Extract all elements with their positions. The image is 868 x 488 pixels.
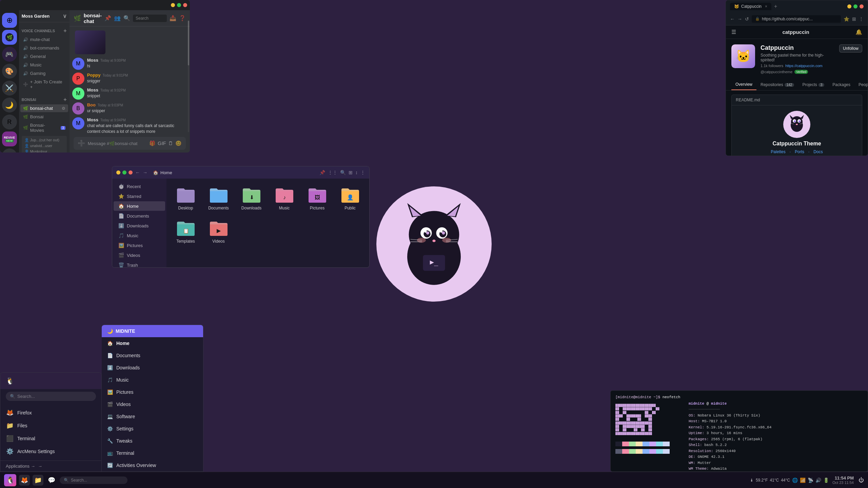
taskbar-launcher-icon[interactable]: 🐧 xyxy=(4,474,16,486)
server-icon-discord[interactable]: ⊕ xyxy=(2,13,17,28)
emoji-icon[interactable]: 😊 xyxy=(175,140,182,146)
pin-icon[interactable]: 📌 xyxy=(104,15,111,21)
midnite-nav-activities[interactable]: 🔄 Activities Overview xyxy=(102,459,203,471)
midnite-nav-terminal[interactable]: 📺 Terminal xyxy=(102,447,203,459)
launcher-search[interactable]: 🔍 Search... xyxy=(6,392,96,401)
folder-documents[interactable]: Documents xyxy=(203,183,234,213)
inbox-icon[interactable]: 📥 xyxy=(170,15,176,21)
launcher-item-arcmenu[interactable]: ⚙️ ArcMenu Settings xyxy=(0,445,101,458)
launcher-footer[interactable]: Applications → → xyxy=(0,461,101,471)
server-icon-2[interactable]: 🎮 xyxy=(2,47,17,62)
members-icon[interactable]: 👥 xyxy=(114,15,121,21)
folder-videos[interactable]: ▶ Videos xyxy=(203,216,234,246)
minimize-button[interactable] xyxy=(171,3,175,7)
gh-menu-icon[interactable]: ⋮ xyxy=(859,16,864,22)
fm-forward-button[interactable]: → xyxy=(143,170,147,175)
gh-tab-close-icon[interactable]: × xyxy=(765,4,767,9)
add-bonsai-channel-icon[interactable]: + xyxy=(63,97,66,103)
bluetooth-icon[interactable]: 📡 xyxy=(808,477,813,483)
fm-minimize-button[interactable] xyxy=(116,170,120,175)
fm-videos[interactable]: 🎬 Videos xyxy=(114,250,165,260)
server-icon-6[interactable]: R xyxy=(2,115,17,129)
launcher-item-terminal[interactable]: ⬛ Terminal xyxy=(0,432,101,445)
channel-bonsai-movies[interactable]: 🌿 Bonsai-Movies 3 xyxy=(20,121,68,134)
gh-follow-button[interactable]: Unfollow xyxy=(839,44,862,53)
gh-bell-icon[interactable]: 🔔 xyxy=(855,29,862,35)
fm-downloads[interactable]: ⬇️ Downloads xyxy=(114,221,165,230)
gh-maximize-button[interactable] xyxy=(853,4,857,8)
gh-hamburger-icon[interactable]: ☰ xyxy=(731,29,736,35)
midnite-nav-music[interactable]: 🎵 Music xyxy=(102,374,203,386)
folder-pictures[interactable]: 🖼 Pictures xyxy=(302,183,332,213)
gh-tab-overview[interactable]: Overview xyxy=(731,79,756,90)
server-icon-4[interactable]: ⚔️ xyxy=(2,81,17,96)
taskbar-firefox-icon[interactable]: 🦊 xyxy=(19,475,30,486)
midnite-nav-documents[interactable]: 📄 Documents xyxy=(102,349,203,362)
folder-music[interactable]: ♪ Music xyxy=(269,183,299,213)
sticker-icon[interactable]: 🗒 xyxy=(168,140,173,146)
fm-sort-icon[interactable]: ↕ xyxy=(355,170,358,175)
gh-close-button[interactable] xyxy=(860,4,864,8)
fm-pictures[interactable]: 🖼️ Pictures xyxy=(114,241,165,250)
channel-join-to-create[interactable]: ➕ + Join To Create + xyxy=(20,78,68,91)
gh-tab-packages[interactable]: Packages xyxy=(828,79,854,90)
fm-trash[interactable]: 🗑️ Trash xyxy=(114,260,165,267)
channel-settings-icon[interactable]: ⚙ xyxy=(62,106,65,111)
close-button[interactable] xyxy=(183,3,187,7)
fm-maximize-button[interactable] xyxy=(122,170,126,175)
taskbar-search[interactable]: 🔍 Search... xyxy=(60,476,127,484)
fm-music[interactable]: 🎵 Music xyxy=(114,231,165,240)
channel-mute-chat[interactable]: 🔊 mute-chat xyxy=(20,36,68,43)
gh-back-button[interactable]: ← xyxy=(730,16,735,22)
midnite-nav-settings[interactable]: ⚙️ Settings xyxy=(102,423,203,435)
server-menu-icon[interactable]: ∨ xyxy=(63,13,67,19)
maximize-button[interactable] xyxy=(177,3,181,7)
server-icon-5[interactable]: 🌙 xyxy=(2,98,17,113)
volume-icon[interactable]: 🔊 xyxy=(815,477,821,483)
gh-tab-repositories[interactable]: Repositories 142 xyxy=(756,79,798,90)
fm-menu-icon[interactable]: ⋮⋮ xyxy=(328,170,337,175)
taskbar-clock[interactable]: 11:54 PM Oct 23 11:54 xyxy=(832,475,854,485)
launcher-item-firefox[interactable]: 🦊 Firefox xyxy=(0,406,101,419)
gh-tab-projects[interactable]: Projects 3 xyxy=(798,79,828,90)
midnite-nav-downloads[interactable]: ⬇️ Downloads xyxy=(102,362,203,374)
midnite-nav-tweaks[interactable]: 🔧 Tweaks xyxy=(102,435,203,447)
fm-search-icon[interactable]: 🔍 xyxy=(340,170,346,175)
gh-forward-button[interactable]: → xyxy=(737,16,742,22)
server-icon-revive[interactable]: REVIVE NEW xyxy=(2,131,17,146)
gh-tab-people[interactable]: People 27 xyxy=(854,79,868,90)
taskbar-files-icon[interactable]: 📁 xyxy=(33,475,43,486)
server-icon-1[interactable]: 🌿 xyxy=(2,30,17,45)
search-icon[interactable]: 🔍 xyxy=(123,15,130,21)
gift-icon[interactable]: 🎁 xyxy=(149,140,156,146)
gh-new-tab-button[interactable]: + xyxy=(774,3,777,9)
power-icon[interactable]: ⏻ xyxy=(859,477,864,483)
gh-url-bar[interactable]: 🔒 https://github.com/catppuc... xyxy=(752,15,841,23)
server-icon-3[interactable]: 🎨 xyxy=(2,64,17,79)
channel-bot-commands[interactable]: 🔊 bot-commands xyxy=(20,44,68,52)
search-box[interactable]: Search xyxy=(133,15,167,22)
fm-view-icon[interactable]: ⊞ xyxy=(349,170,353,175)
gh-tab-catppuccin[interactable]: 🐱 Catppuccin × xyxy=(730,3,771,10)
server-icon-add[interactable]: + xyxy=(2,148,17,152)
gh-refresh-button[interactable]: ↺ xyxy=(745,16,749,22)
fm-options-icon[interactable]: ⋮ xyxy=(360,170,365,175)
gh-bookmark-icon[interactable]: ⭐ xyxy=(844,16,849,22)
gh-extensions-icon[interactable]: ⊞ xyxy=(852,16,856,22)
fm-documents[interactable]: 📄 Documents xyxy=(114,211,165,221)
fm-home[interactable]: 🏠 Home xyxy=(114,201,165,211)
folder-templates[interactable]: 📋 Templates xyxy=(171,216,201,246)
midnite-nav-pictures[interactable]: 🖼️ Pictures xyxy=(102,386,203,398)
folder-public[interactable]: 👤 Public xyxy=(335,183,365,213)
add-attachment-icon[interactable]: ➕ xyxy=(78,140,85,147)
network-icon[interactable]: 🌐 xyxy=(792,477,798,483)
folder-downloads[interactable]: ⬇ Downloads xyxy=(236,183,267,213)
channel-general[interactable]: 🔊 General xyxy=(20,53,68,60)
fm-recent[interactable]: ⏱️ Recent xyxy=(114,182,165,191)
midnite-nav-videos[interactable]: 🎬 Videos xyxy=(102,398,203,410)
taskbar-discord-icon[interactable]: 💬 xyxy=(46,475,57,486)
launcher-item-files[interactable]: 📁 Files xyxy=(0,419,101,432)
channel-gaming[interactable]: 🔊 Gaming xyxy=(20,69,68,77)
fm-pin-icon[interactable]: 📌 xyxy=(319,170,325,175)
channel-bonsai-chat[interactable]: 🌿 bonsai-chat ⚙ xyxy=(20,104,68,112)
